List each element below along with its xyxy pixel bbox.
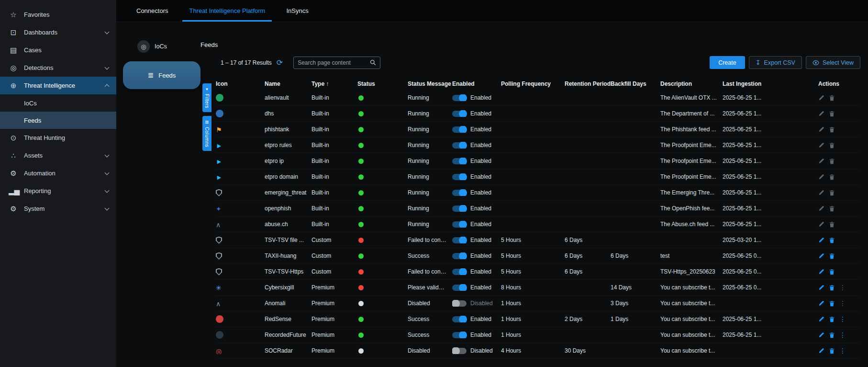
sidebar-subitem-feeds[interactable]: Feeds — [0, 112, 116, 129]
column-header-backfill-days[interactable]: Backfill Days — [611, 80, 660, 87]
create-button[interactable]: Create — [710, 56, 745, 69]
column-header-retention-period[interactable]: Retention Period — [565, 80, 611, 87]
delete-icon[interactable] — [829, 332, 835, 338]
sidebar-item-threat-hunting[interactable]: ⊙ Threat Hunting — [0, 129, 116, 147]
tab-insyncs[interactable]: InSyncs — [276, 0, 319, 22]
column-header-icon[interactable]: Icon — [215, 80, 265, 87]
enabled-toggle[interactable] — [452, 269, 467, 275]
column-header-enabled[interactable]: Enabled — [452, 80, 501, 87]
edit-icon[interactable] — [818, 285, 824, 291]
subnav-iocs[interactable]: ◎ IoCs — [137, 40, 200, 53]
enabled-toggle[interactable] — [452, 158, 467, 164]
enabled-toggle[interactable] — [452, 332, 467, 338]
edit-icon[interactable] — [818, 142, 824, 149]
columns-tab[interactable]: ▥ Columns — [202, 116, 211, 151]
edit-icon[interactable] — [818, 316, 824, 322]
columns-tab-label: Columns — [204, 127, 210, 147]
column-header-polling-frequency[interactable]: Polling Frequency — [501, 80, 565, 87]
tab-connectors[interactable]: Connectors — [126, 0, 178, 22]
toggle-knob — [452, 300, 460, 307]
sidebar-item-dashboards[interactable]: ⊡ Dashboards — [0, 23, 116, 41]
filters-tab[interactable]: ▼ Filters — [202, 83, 211, 112]
edit-icon[interactable] — [818, 221, 824, 228]
enabled-toggle[interactable] — [452, 95, 467, 101]
more-actions-icon[interactable]: ⋮ — [839, 300, 846, 307]
sidebar-item-automation[interactable]: ⚙ Automation — [0, 164, 116, 182]
edit-icon[interactable] — [818, 269, 824, 275]
edit-icon[interactable] — [818, 206, 824, 212]
delete-icon[interactable] — [829, 126, 835, 133]
sidebar-item-reporting[interactable]: ▂▅ Reporting — [0, 182, 116, 200]
enabled-toggle[interactable] — [452, 316, 467, 322]
sidebar-item-detections[interactable]: ◎ Detections — [0, 59, 116, 77]
more-actions-icon[interactable]: ⋮ — [839, 316, 846, 322]
column-header-type[interactable]: Type↑ — [312, 80, 357, 87]
delete-icon[interactable] — [829, 142, 835, 149]
sidebar-item-system[interactable]: ⚙ System — [0, 200, 116, 218]
delete-icon[interactable] — [829, 221, 835, 228]
refresh-icon[interactable]: ⟳ — [277, 59, 283, 67]
tab-label: Connectors — [136, 7, 168, 14]
delete-icon[interactable] — [829, 111, 835, 117]
sidebar-item-favorites[interactable]: ☆ Favorites — [0, 6, 116, 23]
enabled-toggle[interactable] — [452, 253, 467, 259]
edit-icon[interactable] — [818, 348, 824, 354]
enabled-toggle[interactable] — [452, 237, 467, 243]
more-actions-icon[interactable]: ⋮ — [839, 284, 846, 291]
sidebar-item-cases[interactable]: ▤ Cases — [0, 41, 116, 59]
cell-actions: ⋮ — [818, 158, 860, 164]
cell-actions: ⋮ — [818, 142, 860, 149]
enabled-toggle[interactable] — [452, 126, 467, 133]
delete-icon[interactable] — [829, 206, 835, 212]
column-header-actions[interactable]: Actions — [818, 80, 860, 87]
sidebar-item-assets[interactable]: ∴ Assets — [0, 147, 116, 164]
delete-icon[interactable] — [829, 190, 835, 196]
delete-icon[interactable] — [829, 316, 835, 322]
enabled-toggle[interactable] — [452, 190, 467, 196]
enabled-toggle[interactable] — [452, 142, 467, 149]
subnav-feeds[interactable]: ≣ Feeds — [123, 61, 200, 89]
edit-icon[interactable] — [818, 237, 824, 243]
delete-icon[interactable] — [829, 269, 835, 275]
edit-icon[interactable] — [818, 332, 824, 338]
edit-icon[interactable] — [818, 111, 824, 117]
more-actions-icon[interactable]: ⋮ — [839, 332, 846, 338]
delete-icon[interactable] — [829, 237, 835, 243]
delete-icon[interactable] — [829, 95, 835, 101]
delete-icon[interactable] — [829, 348, 835, 354]
select-view-button[interactable]: Select View — [806, 56, 860, 69]
column-header-status[interactable]: Status — [357, 80, 408, 87]
enabled-toggle[interactable] — [452, 221, 467, 228]
edit-icon[interactable] — [818, 190, 824, 196]
enabled-toggle[interactable] — [452, 174, 467, 180]
column-header-description[interactable]: Description — [660, 80, 723, 87]
delete-icon[interactable] — [829, 174, 835, 180]
enabled-toggle[interactable] — [452, 285, 467, 291]
enabled-toggle[interactable] — [452, 348, 467, 354]
status-dot — [358, 111, 364, 116]
delete-icon[interactable] — [829, 300, 835, 307]
delete-icon[interactable] — [829, 285, 835, 291]
column-header-last-ingestion[interactable]: Last Ingestion — [723, 80, 818, 87]
column-header-status-message[interactable]: Status Message — [408, 80, 452, 87]
edit-icon[interactable] — [818, 126, 824, 133]
cell-feed-icon — [215, 110, 265, 117]
feeds-table: IconNameType↑StatusStatus MessageEnabled… — [215, 78, 860, 359]
delete-icon[interactable] — [829, 253, 835, 259]
search-input[interactable] — [298, 59, 370, 66]
more-actions-icon[interactable]: ⋮ — [839, 347, 846, 354]
column-header-name[interactable]: Name — [265, 80, 312, 87]
edit-icon[interactable] — [818, 95, 824, 101]
sidebar-item-threat-intelligence[interactable]: ⊕ Threat Intelligence — [0, 77, 116, 94]
enabled-toggle[interactable] — [452, 111, 467, 117]
edit-icon[interactable] — [818, 253, 824, 259]
enabled-toggle[interactable] — [452, 206, 467, 212]
edit-icon[interactable] — [818, 158, 824, 164]
enabled-toggle[interactable] — [452, 300, 467, 307]
sidebar-subitem-iocs[interactable]: IoCs — [0, 94, 116, 112]
delete-icon[interactable] — [829, 158, 835, 164]
tab-threat-intelligence-platform[interactable]: Threat Intelligence Platform — [178, 0, 276, 22]
export-csv-button[interactable]: ↧ Export CSV — [749, 56, 802, 69]
edit-icon[interactable] — [818, 174, 824, 180]
edit-icon[interactable] — [818, 300, 824, 307]
